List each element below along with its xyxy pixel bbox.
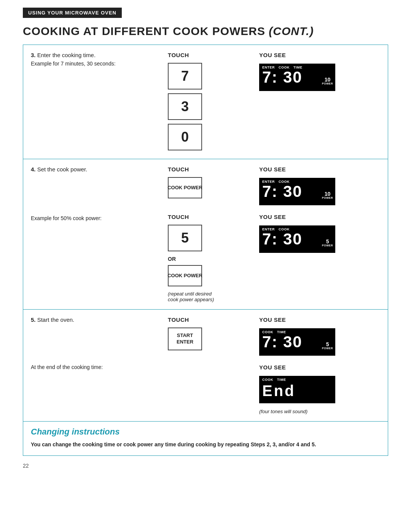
step3-num: 3. <box>31 52 36 58</box>
button-cook-power-1[interactable]: COOK POWER <box>168 177 202 198</box>
step4-left2: Example for 50% cook power: <box>31 214 168 302</box>
button-3[interactable]: 3 <box>168 93 202 120</box>
step5-left2: At the end of the cooking time: <box>31 364 168 414</box>
step5-end-yousee: YOU SEE <box>259 364 380 371</box>
start-label: START <box>177 332 193 339</box>
step3-row: 3. Enter the cooking time. Example for 7… <box>23 45 388 159</box>
step4-row: 4. Set the cook power. TOUCH COOK POWER … <box>23 159 388 310</box>
step4-lcd1: ENTER COOK 7: 30 10 POWER <box>259 178 335 205</box>
step5-lcd-run-power: 5 POWER <box>322 342 333 350</box>
step3-power-label: POWER <box>322 82 333 85</box>
step4-text: Set the cook power. <box>37 166 88 173</box>
button-7[interactable]: 7 <box>168 63 202 89</box>
step5-lcd-end-labels: COOK TIME <box>262 378 332 382</box>
page-number: 22 <box>23 463 388 469</box>
step3-power-num: 10 <box>325 77 331 82</box>
step4-right1: YOU SEE ENTER COOK 7: 30 10 POWER <box>259 166 380 207</box>
step5-yousee-label: YOU SEE <box>259 316 380 323</box>
step3-middle: TOUCH 7 3 0 <box>168 52 259 152</box>
step5-text: Start the oven. <box>37 316 75 323</box>
button-0[interactable]: 0 <box>168 124 202 150</box>
changing-instructions-section: Changing instructions You can change the… <box>23 422 388 455</box>
step3-lcd-power: 10 POWER <box>322 77 333 85</box>
step5-num: 5. <box>31 316 36 323</box>
step4-example: Example for 50% cook power: <box>31 215 164 221</box>
cook-power-2-line2: POWER <box>184 273 202 279</box>
lcd5e-cook: COOK <box>262 378 273 382</box>
main-content-box: 3. Enter the cooking time. Example for 7… <box>23 45 388 456</box>
lcd5e-time: TIME <box>277 378 286 382</box>
step5-lcd-run: COOK TIME 7: 30 5 POWER <box>259 328 335 356</box>
step4-power2-label: POWER <box>322 244 333 247</box>
step4-touch-label2: TOUCH <box>168 214 189 220</box>
step4-subrow2: Example for 50% cook power: TOUCH 5 OR C… <box>31 214 380 302</box>
step4-lcd2: ENTER COOK 7: 30 5 POWER <box>259 225 335 253</box>
repeat-text: (repeat until desired cook power appears… <box>168 291 214 302</box>
step3-lcd: ENTER COOK TIME 7: 30 10 POWER <box>259 64 335 91</box>
page-title: Cooking at Different Cook Powers (Cont.) <box>23 25 388 38</box>
step5-right: YOU SEE COOK TIME 7: 30 5 POWER <box>259 316 380 357</box>
step5-lcd-end-text: End <box>262 382 332 399</box>
step5-mid: TOUCH START ENTER <box>168 316 259 357</box>
step3-right: YOU SEE ENTER COOK TIME 7: 30 10 POWER <box>259 52 380 93</box>
changing-title: Changing instructions <box>31 427 380 437</box>
step5-subrow2: At the end of the cooking time: YOU SEE … <box>31 364 380 414</box>
button-cook-power-2[interactable]: COOK POWER <box>168 265 202 286</box>
page-title-cont: (Cont.) <box>269 25 314 37</box>
step3-instruction: 3. Enter the cooking time. <box>31 52 164 58</box>
step4-yousee-label: YOU SEE <box>259 166 380 173</box>
step3-left: 3. Enter the cooking time. Example for 7… <box>31 52 168 67</box>
header-bar: USING YOUR MICROWAVE OVEN <box>23 8 122 18</box>
step4-subrow1: 4. Set the cook power. TOUCH COOK POWER … <box>31 166 380 207</box>
step5-at-end: At the end of the cooking time: <box>31 364 164 370</box>
cook-power-2-line1: COOK <box>167 273 182 279</box>
step5-run-power-num: 5 <box>326 342 329 347</box>
step4-power1-label: POWER <box>322 197 333 199</box>
step5-run-power-label: POWER <box>322 347 333 350</box>
step3-yousee-label: YOU SEE <box>259 52 380 58</box>
step5-subrow1: 5. Start the oven. TOUCH START ENTER YOU… <box>31 316 380 357</box>
step5-mid2 <box>168 364 259 414</box>
cook-power-1-line2: POWER <box>184 185 202 191</box>
step4-num: 4. <box>31 166 36 173</box>
step4-lcd1-power: 10 POWER <box>322 191 333 199</box>
step5-row: 5. Start the oven. TOUCH START ENTER YOU… <box>23 310 388 422</box>
step4-power2-num: 5 <box>326 239 329 244</box>
step3-touch-label: TOUCH <box>168 52 189 58</box>
step5-left: 5. Start the oven. <box>31 316 168 357</box>
cook-power-1-line1: COOK <box>167 185 182 191</box>
enter-label: ENTER <box>177 339 193 345</box>
step4-mid2: TOUCH 5 OR COOK POWER (repeat until desi… <box>168 214 259 302</box>
step4-left: 4. Set the cook power. <box>31 166 168 207</box>
step4-touch-label: TOUCH <box>168 166 189 173</box>
page-title-text: Cooking at Different Cook Powers <box>23 25 265 37</box>
step5-lcd-end: COOK TIME End <box>259 376 335 403</box>
step5-touch-label: TOUCH <box>168 316 189 323</box>
step4-lcd2-power: 5 POWER <box>322 239 333 247</box>
step5-right2: YOU SEE COOK TIME End (four tones will s… <box>259 364 380 414</box>
step4-yousee-label2: YOU SEE <box>259 214 380 220</box>
step4-power1-num: 10 <box>325 191 331 197</box>
step4-mid1: TOUCH COOK POWER <box>168 166 259 207</box>
or-text: OR <box>168 256 176 262</box>
four-tones-text: (four tones will sound) <box>259 409 380 414</box>
button-start-enter[interactable]: START ENTER <box>168 328 202 350</box>
changing-body: You can change the cooking time or cook … <box>31 441 380 449</box>
step3-text: Enter the cooking time. <box>37 52 96 58</box>
step3-example: Example for 7 minutes, 30 seconds: <box>31 61 164 67</box>
step4-right2: YOU SEE ENTER COOK 7: 30 5 POWER <box>259 214 380 302</box>
button-5[interactable]: 5 <box>168 225 202 251</box>
